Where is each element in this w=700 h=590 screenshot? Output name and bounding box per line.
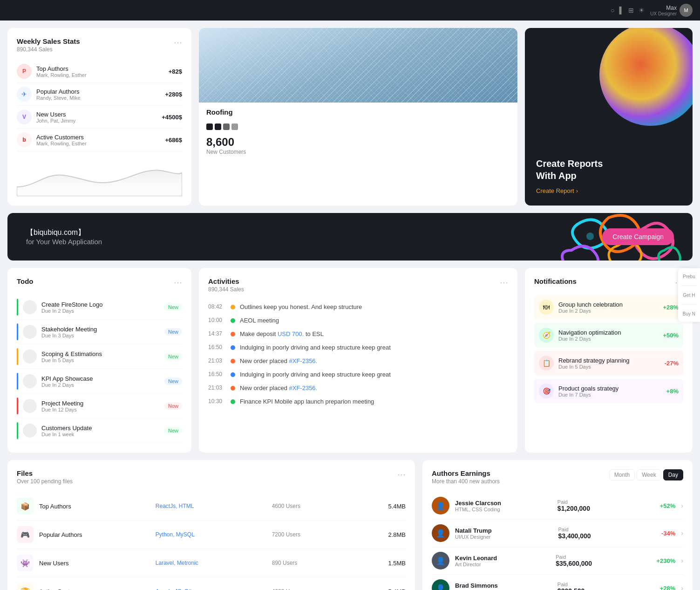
side-panel: Prebu Get H Buy N (678, 268, 700, 322)
notif-item-2: 🧭 Navigation optimization Due In 2 Days … (534, 323, 683, 347)
activities-title: Activities (208, 277, 244, 285)
stat-item-2: ✈ Popular Authors Randy, Steve, Mike +28… (17, 83, 182, 106)
activities-subtitle: 890,344 Sales (208, 286, 244, 293)
files-header: Files Over 100 pending files ⋯ (17, 469, 406, 485)
files-card: Files Over 100 pending files ⋯ 📦 Top Aut… (7, 460, 415, 590)
create-campaign-button[interactable]: Create Campaign (602, 228, 674, 245)
file-icon-3: 👾 (17, 555, 34, 571)
author-row-2: 👤 Natali Trump UI/UX Designer Paid $3,40… (432, 520, 683, 547)
activity-1: 08:42 Outlines keep you honest. And keep… (208, 300, 508, 314)
sales-card-header: Weekly Sales Stats 890,344 Sales ⋯ (17, 37, 182, 53)
stat-icon-2: ✈ (17, 87, 32, 102)
stat-authors-1: Mark, Rowling, Esther (36, 72, 164, 78)
activity-2: 10:00 AEOL meeting (208, 314, 508, 327)
svg-point-0 (586, 233, 594, 240)
sales-title: Weekly Sales Stats (17, 37, 80, 45)
activities-card: Activities 890,344 Sales ⋯ 08:42 Outline… (199, 268, 517, 453)
todo-avatar-3 (23, 350, 37, 364)
period-buttons: Month Week Day (609, 469, 683, 480)
stat-item-1: P Top Authors Mark, Rowling, Esther +82$ (17, 60, 182, 83)
notifications-card: Notifications ⋯ 🍽 Group lunch celebratio… (525, 268, 693, 453)
todo-item-3: Scoping & Estimations Due In 5 Days New (17, 344, 182, 369)
stat-name-4: Active Customers (36, 134, 160, 141)
stat-item-4: b Active Customers Mark, Rowling, Esther… (17, 129, 182, 151)
week-button[interactable]: Week (637, 469, 661, 480)
file-row-1: 📦 Top Authors ReactJs, HTML 4600 Users 5… (17, 492, 406, 521)
row-4: Files Over 100 pending files ⋯ 📦 Top Aut… (7, 460, 693, 590)
topbar: ○ ▌ ⊞ ☀ Max UX Designer M (0, 0, 700, 21)
todo-header: Todo ⋯ (17, 277, 182, 288)
stat-icon-3: V (17, 110, 32, 124)
side-item-1[interactable]: Prebu (681, 272, 697, 281)
notif-item-1: 🍽 Group lunch celebration Due In 2 Days … (534, 295, 683, 319)
row-1: Weekly Sales Stats 890,344 Sales ⋯ P Top… (7, 28, 693, 206)
earnings-header: Authors Earnings More than 400 new autho… (432, 469, 683, 485)
stat-name-1: Top Authors (36, 65, 164, 72)
globe-decoration (599, 28, 693, 126)
authors-earnings-card: Authors Earnings More than 400 new autho… (422, 460, 693, 590)
todo-card: Todo ⋯ Create FireStone Logo Due In 2 Da… (7, 268, 191, 453)
stat-value-1: +82$ (169, 68, 182, 75)
author-arrow-1[interactable]: › (681, 502, 683, 509)
files-subtitle: Over 100 pending files (17, 478, 73, 485)
campaign-title: 【biqubiqu.com】 (26, 228, 102, 238)
todo-avatar-2 (23, 325, 37, 339)
topbar-user: Max UX Designer M (650, 4, 693, 17)
user-name: Max (650, 5, 677, 11)
files-menu-icon[interactable]: ⋯ (397, 469, 406, 480)
stat-value-2: +280$ (165, 91, 182, 98)
activity-4: 16:50 Indulging in poorly driving and ke… (208, 341, 508, 354)
activity-5: 21:03 New order placed #XF-2356. (208, 354, 508, 368)
theme-icon[interactable]: ☀ (639, 7, 645, 14)
earnings-title: Authors Earnings (432, 469, 500, 477)
customers-number: 8,600 (206, 136, 510, 149)
file-row-3: 👾 New Users Laravel, Metronic 890 Users … (17, 549, 406, 577)
side-item-2[interactable]: Get H (681, 291, 697, 300)
sales-menu-icon[interactable]: ⋯ (174, 37, 182, 48)
create-report-link[interactable]: Create Report › (536, 187, 681, 194)
wave-chart (17, 159, 182, 196)
campaign-banner: 【biqubiqu.com】 for Your Web Application … (7, 213, 693, 261)
file-icon-1: 📦 (17, 498, 34, 515)
todo-avatar-1 (23, 300, 37, 314)
stat-icon-1: P (17, 64, 32, 79)
activity-6: 16:50 Indulging in poorly driving and ke… (208, 368, 508, 381)
roofing-image (199, 28, 517, 103)
todo-item-6: Customers Update Due In 1 week New (17, 418, 182, 443)
sales-subtitle: 890,344 Sales (17, 46, 80, 53)
todo-title: Todo (17, 277, 34, 285)
day-button[interactable]: Day (663, 469, 683, 480)
todo-avatar-6 (23, 424, 37, 438)
todo-item-5: Project Meeting Due In 12 Days Now (17, 394, 182, 418)
grid-icon[interactable]: ⊞ (628, 7, 634, 14)
files-title: Files (17, 469, 73, 477)
todo-avatar-5 (23, 399, 37, 413)
user-role: UX Designer (650, 11, 677, 16)
activity-7: 21:03 New order placed #XF-2356. (208, 381, 508, 395)
author-row-4: 👤 Brad Simmons Successful Fellas Paid $2… (432, 575, 683, 590)
author-arrow-2[interactable]: › (681, 529, 683, 537)
author-avatar-3: 👤 (432, 552, 449, 569)
author-avatar-4: 👤 (432, 579, 449, 590)
author-avatar-1: 👤 (432, 497, 449, 515)
todo-menu-icon[interactable]: ⋯ (174, 277, 182, 288)
stat-authors-3: John, Pat, Jimmy (36, 118, 157, 123)
month-button[interactable]: Month (609, 469, 635, 480)
roofing-card: Roofing 8,600 New Customers (199, 28, 517, 206)
campaign-subtitle: for Your Web Application (26, 238, 102, 246)
topbar-icons: ○ ▌ ⊞ ☀ (611, 7, 645, 14)
search-icon[interactable]: ○ (611, 7, 614, 14)
activities-menu-icon[interactable]: ⋯ (500, 277, 508, 288)
stat-icon-4: b (17, 132, 32, 147)
roofing-label: Roofing (199, 103, 517, 116)
squares-decoration (206, 123, 510, 130)
customers-label: New Customers (206, 149, 510, 155)
side-item-3[interactable]: Buy N (681, 309, 697, 318)
todo-item-2: Stakeholder Meeting Due In 3 Days New (17, 320, 182, 344)
file-row-4: 🏆 Active Customers AngularJS, C# 4600 Us… (17, 577, 406, 590)
author-arrow-4[interactable]: › (681, 584, 683, 590)
author-arrow-3[interactable]: › (681, 557, 683, 564)
row-3: Todo ⋯ Create FireStone Logo Due In 2 Da… (7, 268, 693, 453)
author-row-3: 👤 Kevin Leonard Art Director Paid $35,60… (432, 547, 683, 575)
stat-authors-2: Randy, Steve, Mike (36, 95, 160, 101)
